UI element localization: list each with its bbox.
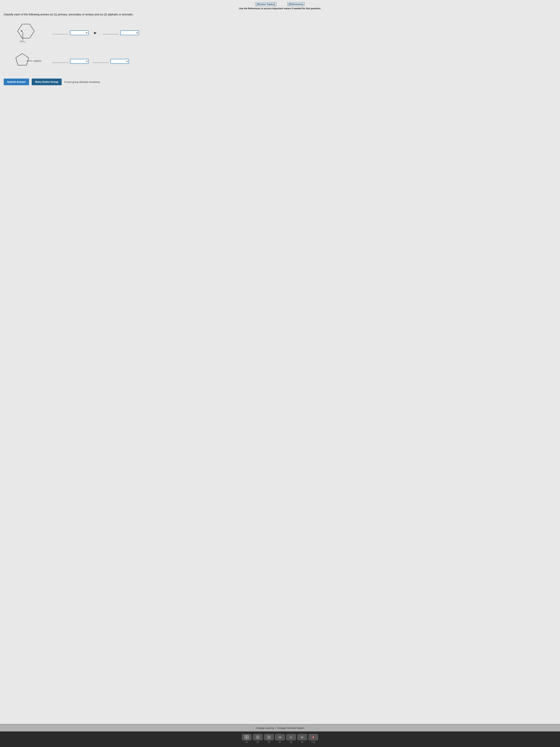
molecule-2-controls: primary secondary tertiary aliphatic aro… (52, 59, 556, 64)
svg-point-29 (268, 738, 269, 739)
svg-point-13 (256, 736, 257, 737)
svg-point-17 (258, 737, 258, 738)
key-f7-label: F7 (279, 741, 281, 743)
molecule-1-dropdown-1[interactable]: primary secondary tertiary (70, 30, 88, 35)
svg-point-27 (270, 737, 270, 738)
keyboard-area: F4 F5 F6 ⏮ F7 ⏯ F8 ⏭ F9 🔇 F10 (0, 731, 560, 747)
attempts-remaining-text: 9 more group attempts remaining (64, 81, 100, 83)
svg-point-14 (258, 736, 258, 737)
svg-point-26 (268, 737, 269, 738)
footer-separator: | (275, 727, 276, 729)
key-f6-icon (264, 734, 274, 740)
technical-support-link[interactable]: Cengage Technical Support (277, 727, 304, 729)
svg-text:−NHCH: −NHCH (33, 60, 41, 62)
molecule-1-controls: primary secondary tertiary ▶ aliphatic a… (52, 30, 556, 35)
key-f9-group: ⏭ F9 (297, 734, 307, 743)
molecule-1-answer-group-1: primary secondary tertiary (52, 30, 88, 35)
svg-text:CH: CH (20, 40, 24, 43)
svg-text:N: N (21, 30, 22, 32)
footer-links: Cengage Learning | Cengage Technical Sup… (256, 727, 304, 729)
key-f5-group: F5 (253, 734, 263, 743)
molecule-2-dropdown-2[interactable]: aliphatic aromatic (110, 59, 129, 64)
top-links: [Review Topics] [References] (4, 2, 556, 6)
molecule-2-answer-group-1: primary secondary tertiary (52, 59, 88, 64)
molecule-1-line-2 (102, 31, 119, 34)
footer-bar: Cengage Learning | Cengage Technical Sup… (0, 724, 560, 731)
molecule-2-answer-group-2: aliphatic aromatic (92, 59, 129, 64)
page-wrapper: [Review Topics] [References] Use the Ref… (0, 0, 560, 724)
key-f5-label: F5 (257, 741, 259, 743)
key-f6-group: F6 (264, 734, 274, 743)
svg-marker-0 (18, 24, 34, 38)
molecules-area: N CH 3 primary secondary (4, 20, 556, 72)
molecule-1-drawing: N CH 3 (7, 20, 45, 45)
svg-point-30 (270, 738, 270, 739)
svg-point-20 (258, 738, 258, 739)
key-f7-icon: ⏮ (275, 734, 285, 740)
key-f8-icon: ⏯ (286, 734, 296, 740)
review-topics-link[interactable]: [Review Topics] (256, 2, 276, 6)
svg-point-16 (256, 737, 257, 738)
svg-point-23 (268, 736, 269, 737)
key-f10-icon: 🔇 (309, 734, 318, 740)
svg-point-28 (267, 738, 268, 739)
references-link[interactable]: [References] (287, 2, 304, 6)
svg-point-15 (259, 736, 259, 737)
svg-rect-9 (245, 735, 246, 737)
svg-point-24 (270, 736, 270, 737)
molecule-row-2: −NHCH 3 primary secondary tertiary (7, 51, 556, 72)
submit-answer-button[interactable]: Submit Answer (4, 79, 29, 85)
svg-text:3: 3 (24, 41, 26, 43)
key-f9-label: F9 (301, 741, 303, 743)
svg-point-25 (267, 737, 268, 738)
svg-rect-12 (247, 737, 248, 739)
question-text: Classify each of the following amines as… (4, 13, 556, 16)
molecule-1-svg: N CH 3 (7, 20, 43, 45)
svg-point-21 (259, 738, 259, 739)
svg-point-19 (256, 738, 257, 739)
svg-point-22 (267, 736, 268, 737)
key-f10-label: F10 (312, 741, 315, 743)
molecule-1-answer-group-2: aliphatic aromatic (102, 30, 139, 35)
key-f4-icon (242, 734, 251, 740)
svg-point-18 (259, 737, 259, 738)
key-f4-label: F4 (245, 741, 248, 743)
retry-entire-group-button[interactable]: Retry Entire Group (32, 79, 61, 85)
molecule-1-dropdown-2[interactable]: aliphatic aromatic (121, 30, 139, 35)
key-f8-group: ⏯ F8 (286, 734, 296, 743)
buttons-row: Submit Answer Retry Entire Group 9 more … (4, 79, 556, 85)
key-f5-icon (253, 734, 263, 740)
molecule-2-svg: −NHCH 3 (7, 51, 43, 71)
cengage-learning-link[interactable]: Cengage Learning (256, 727, 274, 729)
cursor-icon-1: ▶ (94, 31, 97, 35)
key-f8-label: F8 (290, 741, 292, 743)
reference-note: Use the References to access important v… (4, 7, 556, 10)
key-f10-group: 🔇 F10 (309, 734, 318, 743)
molecule-2-line-1 (52, 60, 69, 63)
molecule-1-line-1 (52, 31, 69, 34)
key-f6-label: F6 (268, 741, 270, 743)
svg-marker-5 (16, 54, 29, 65)
key-f7-group: ⏮ F7 (275, 734, 285, 743)
molecule-2-drawing: −NHCH 3 (7, 51, 45, 72)
molecule-2-line-2 (92, 60, 109, 63)
molecule-row-1: N CH 3 primary secondary (7, 20, 556, 45)
svg-rect-11 (245, 737, 246, 739)
svg-rect-10 (247, 735, 248, 737)
molecule-2-dropdown-1[interactable]: primary secondary tertiary (70, 59, 88, 64)
key-f4-group: F4 (242, 734, 251, 743)
key-f9-icon: ⏭ (297, 734, 307, 740)
main-content: [Review Topics] [References] Use the Ref… (0, 0, 560, 731)
